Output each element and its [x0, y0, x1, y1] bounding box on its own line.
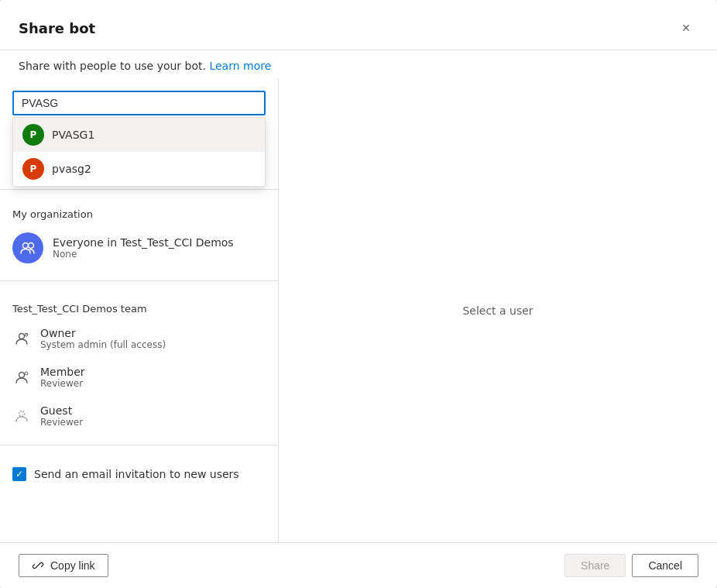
search-container: P PVASG1 P pvasg2 [0, 91, 278, 115]
svg-point-6 [19, 411, 25, 417]
learn-more-link[interactable]: Learn more [209, 60, 271, 72]
avatar: P [22, 124, 44, 146]
dropdown-item[interactable]: P pvasg2 [13, 152, 265, 186]
org-item-role: None [53, 249, 234, 260]
section-divider [0, 189, 278, 190]
copy-link-label: Copy link [50, 559, 95, 572]
dropdown-item-name: pvasg2 [52, 163, 91, 175]
cancel-button[interactable]: Cancel [632, 554, 698, 577]
team-section-label: Test_Test_CCI Demos team [0, 291, 278, 319]
svg-point-0 [23, 243, 29, 249]
owner-icon [12, 329, 31, 348]
svg-point-2 [19, 334, 25, 339]
link-icon [32, 559, 44, 572]
section-divider-2 [0, 280, 278, 281]
my-organization-label: My organization [0, 199, 278, 225]
close-button[interactable]: × [674, 15, 698, 40]
share-bot-dialog: Share bot × Share with people to use you… [0, 0, 717, 588]
search-dropdown: P PVASG1 P pvasg2 [12, 117, 266, 187]
role-desc: Reviewer [40, 417, 83, 428]
dialog-subtitle: Share with people to use your bot. Learn… [0, 50, 717, 78]
dialog-footer: Copy link Share Cancel [0, 542, 717, 588]
org-item[interactable]: Everyone in Test_Test_CCI Demos None [0, 225, 278, 271]
org-item-name: Everyone in Test_Test_CCI Demos [53, 236, 234, 249]
close-icon: × [682, 20, 691, 36]
guest-icon [12, 407, 31, 425]
role-item-owner[interactable]: Owner System admin (full access) [0, 319, 278, 358]
role-desc: Reviewer [40, 378, 85, 389]
org-avatar [12, 232, 43, 263]
left-panel: P PVASG1 P pvasg2 Name ∨ [0, 78, 279, 542]
checkmark-icon: ✓ [15, 469, 23, 480]
role-name: Member [40, 366, 85, 378]
footer-right-buttons: Share Cancel [564, 554, 698, 577]
avatar: P [22, 158, 44, 180]
svg-point-4 [19, 373, 25, 378]
svg-point-1 [29, 243, 34, 249]
role-name: Guest [40, 404, 83, 417]
share-button: Share [564, 554, 626, 577]
search-input[interactable] [12, 91, 266, 115]
email-invite-checkbox[interactable]: ✓ [12, 467, 26, 481]
role-name: Owner [40, 327, 166, 339]
member-icon [12, 368, 31, 387]
dialog-body: P PVASG1 P pvasg2 Name ∨ [0, 78, 717, 542]
section-divider-3 [0, 445, 278, 445]
role-item-member[interactable]: Member Reviewer [0, 358, 278, 397]
dropdown-item-name: PVASG1 [52, 129, 94, 141]
svg-point-5 [25, 372, 28, 375]
right-panel: Select a user [279, 78, 717, 542]
email-invite-label: Send an email invitation to new users [34, 468, 239, 480]
dialog-title: Share bot [19, 20, 95, 36]
copy-link-button[interactable]: Copy link [19, 554, 108, 577]
email-invite-row[interactable]: ✓ Send an email invitation to new users [0, 455, 278, 493]
role-desc: System admin (full access) [40, 339, 166, 350]
role-item-guest[interactable]: Guest Reviewer [0, 397, 278, 435]
select-user-placeholder: Select a user [462, 304, 533, 317]
dropdown-item[interactable]: P PVASG1 [13, 118, 265, 152]
dialog-header: Share bot × [0, 0, 717, 50]
